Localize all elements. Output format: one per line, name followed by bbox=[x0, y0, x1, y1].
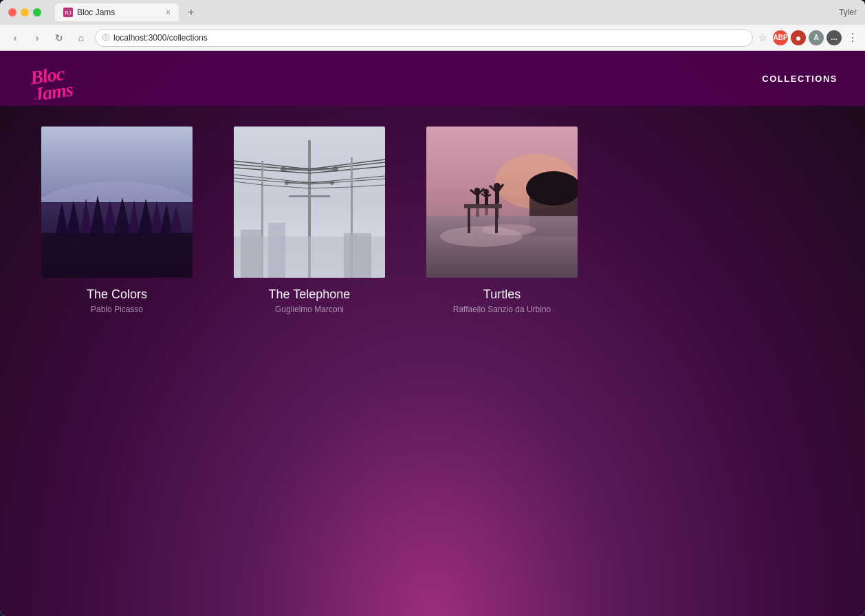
album-cover-telephone bbox=[234, 126, 385, 278]
svg-rect-21 bbox=[289, 195, 330, 197]
logo-svg: Bloc Jams bbox=[28, 55, 110, 100]
album-card-turtles[interactable]: Turtles Raffaello Sanzio da Urbino bbox=[426, 126, 578, 314]
nav-links: COLLECTIONS bbox=[762, 74, 837, 84]
extension-1[interactable]: ● bbox=[791, 30, 806, 45]
album-cover-turtles bbox=[426, 126, 578, 278]
tab-title: Bloc Jams bbox=[77, 8, 162, 17]
user-name: Tyler bbox=[839, 8, 857, 17]
back-button[interactable]: ‹ bbox=[7, 30, 23, 46]
bookmark-icon[interactable]: ☆ bbox=[758, 32, 767, 43]
svg-point-61 bbox=[483, 189, 489, 195]
extension-icons: ABP ● A … bbox=[773, 30, 842, 45]
traffic-lights bbox=[8, 8, 41, 16]
album-card-telephone[interactable]: The Telephone Guglielmo Marconi bbox=[234, 126, 385, 314]
browser-window: BJ Bloc Jams × + Tyler ‹ › ↻ ⌂ ⓘ localho… bbox=[0, 0, 865, 616]
active-tab[interactable]: BJ Bloc Jams × bbox=[55, 3, 179, 21]
telephone-album-art bbox=[234, 126, 385, 278]
home-button[interactable]: ⌂ bbox=[73, 30, 89, 46]
svg-rect-60 bbox=[485, 193, 488, 205]
app-nav: Bloc Jams COLLECTIONS bbox=[0, 51, 865, 106]
colors-album-art bbox=[41, 126, 193, 278]
svg-rect-55 bbox=[464, 204, 502, 208]
album-cover-colors bbox=[41, 126, 193, 278]
extension-3[interactable]: … bbox=[826, 30, 842, 45]
svg-rect-68 bbox=[476, 208, 479, 217]
album-card-colors[interactable]: The Colors Pablo Picasso bbox=[41, 126, 193, 314]
minimize-button[interactable] bbox=[21, 8, 29, 16]
svg-rect-70 bbox=[495, 208, 499, 218]
albums-grid: The Colors Pablo Picasso bbox=[41, 126, 824, 314]
extension-2[interactable]: A bbox=[809, 30, 824, 45]
security-icon: ⓘ bbox=[102, 33, 109, 43]
collections-nav-link[interactable]: COLLECTIONS bbox=[762, 74, 837, 84]
tab-bar: BJ Bloc Jams × + bbox=[55, 3, 833, 21]
address-input[interactable]: ⓘ localhost:3000/collections bbox=[95, 29, 753, 47]
collections-area: The Colors Pablo Picasso bbox=[0, 106, 865, 616]
svg-rect-69 bbox=[485, 208, 488, 215]
tab-favicon: BJ bbox=[63, 8, 73, 17]
svg-rect-16 bbox=[41, 233, 193, 278]
tab-close-button[interactable]: × bbox=[166, 8, 171, 17]
turtles-album-art bbox=[426, 126, 578, 278]
album-artist-telephone: Guglielmo Marconi bbox=[275, 305, 344, 314]
album-title-colors: The Colors bbox=[87, 287, 147, 302]
album-title-telephone: The Telephone bbox=[269, 287, 351, 302]
app-logo[interactable]: Bloc Jams bbox=[28, 55, 762, 102]
svg-point-24 bbox=[285, 181, 289, 185]
svg-rect-44 bbox=[268, 223, 285, 278]
svg-rect-43 bbox=[241, 230, 261, 278]
album-artist-turtles: Raffaello Sanzio da Urbino bbox=[453, 305, 551, 314]
album-title-turtles: Turtles bbox=[483, 287, 521, 302]
refresh-button[interactable]: ↻ bbox=[51, 30, 67, 46]
forward-button[interactable]: › bbox=[29, 30, 45, 46]
album-artist-colors: Pablo Picasso bbox=[91, 305, 143, 314]
adblock-extension[interactable]: ABP bbox=[773, 30, 788, 45]
new-tab-button[interactable]: + bbox=[182, 4, 201, 21]
browser-menu-button[interactable]: ⋮ bbox=[847, 31, 858, 44]
maximize-button[interactable] bbox=[33, 8, 41, 16]
app-content: Bloc Jams COLLECTIONS bbox=[0, 51, 865, 616]
svg-rect-45 bbox=[344, 233, 371, 278]
close-button[interactable] bbox=[8, 8, 17, 16]
svg-point-52 bbox=[481, 224, 536, 235]
address-bar: ‹ › ↻ ⌂ ⓘ localhost:3000/collections ☆ A… bbox=[0, 25, 865, 51]
url-display: localhost:3000/collections bbox=[113, 33, 745, 43]
svg-rect-53 bbox=[468, 206, 470, 233]
title-bar: BJ Bloc Jams × + Tyler bbox=[0, 0, 865, 25]
